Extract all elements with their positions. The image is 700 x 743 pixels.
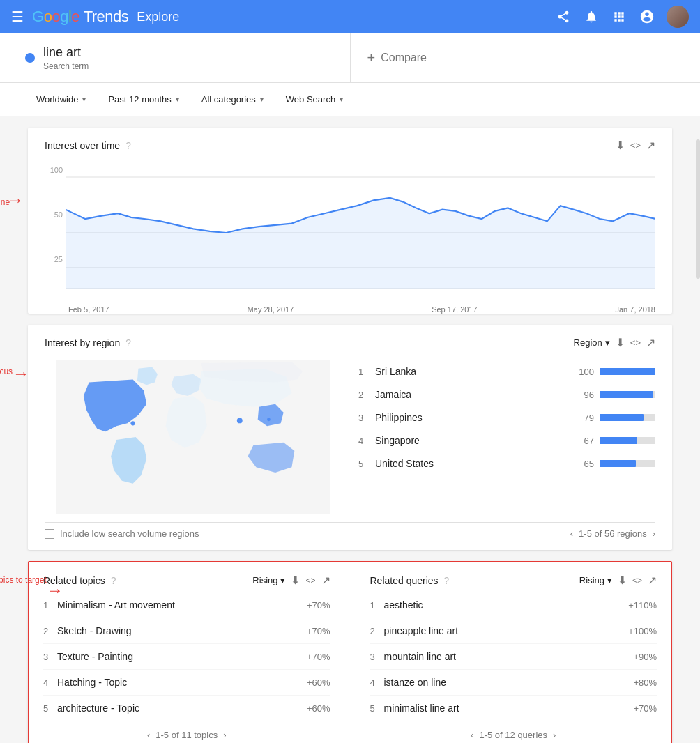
list-item: 2 Sketch - Drawing +70% xyxy=(43,618,330,644)
annotation-us-focus: Good to go with US focus → xyxy=(0,367,13,376)
topics-share-icon[interactable]: ↗ xyxy=(321,574,330,587)
share-icon[interactable] xyxy=(555,8,572,25)
time-range-filter[interactable]: Past 12 months ▾ xyxy=(100,90,187,109)
svg-point-6 xyxy=(237,418,243,424)
avatar[interactable] xyxy=(667,6,689,28)
embed-icon[interactable]: <> xyxy=(630,140,641,151)
header: ☰ Google Trends Explore xyxy=(0,0,700,33)
search-type-filter[interactable]: Web Search ▾ xyxy=(277,90,351,109)
topics-download-icon[interactable]: ⬇ xyxy=(291,574,300,587)
queries-help-icon[interactable]: ? xyxy=(444,575,450,586)
filters-bar: Worldwide ▾ Past 12 months ▾ All categor… xyxy=(0,83,700,116)
list-item: 3 Texture - Painting +70% xyxy=(43,644,330,670)
region-next-page[interactable]: › xyxy=(653,528,655,539)
region-download-icon[interactable]: ⬇ xyxy=(616,336,625,349)
share-chart-icon[interactable]: ↗ xyxy=(646,139,655,152)
related-queries-title: Related queries xyxy=(370,575,439,586)
download-icon[interactable]: ⬇ xyxy=(616,139,625,152)
chart-x-labels: Feb 5, 2017 May 28, 2017 Sep 17, 2017 Ja… xyxy=(45,302,655,316)
explore-label: Explore xyxy=(137,10,179,24)
interest-chart: 100 50 25 xyxy=(45,163,655,302)
queries-download-icon[interactable]: ⬇ xyxy=(618,574,627,587)
svg-marker-4 xyxy=(66,198,655,289)
apps-icon[interactable] xyxy=(611,8,627,25)
list-item: 1 Minimalism - Art movement +70% xyxy=(43,592,330,618)
account-icon[interactable] xyxy=(639,8,655,25)
interest-by-region-title: Interest by region xyxy=(45,337,120,348)
interest-over-time-title: Interest over time xyxy=(45,140,120,151)
compare-box[interactable]: + Compare xyxy=(351,33,692,82)
queries-share-icon[interactable]: ↗ xyxy=(648,574,657,587)
compare-text: Compare xyxy=(381,52,427,64)
location-arrow-icon: ▾ xyxy=(82,95,86,103)
topics-prev-page[interactable]: ‹ xyxy=(147,730,150,740)
list-item: 3 mountain line art +90% xyxy=(370,644,657,670)
region-embed-icon[interactable]: <> xyxy=(630,337,641,348)
related-queries-list: 1 aesthetic +110% 2 pineapple line art +… xyxy=(370,592,657,721)
list-item: 5 minimalist line art +70% xyxy=(370,696,657,721)
topics-help-icon[interactable]: ? xyxy=(111,575,116,586)
related-queries-card: Related queries ? Rising ▾ ⬇ <> ↗ xyxy=(356,562,671,743)
search-term-label: Search term xyxy=(43,61,89,71)
region-prev-page[interactable]: ‹ xyxy=(570,528,573,539)
list-item: 2 pineapple line art +100% xyxy=(370,618,657,644)
svg-point-7 xyxy=(130,421,135,425)
region-share-icon[interactable]: ↗ xyxy=(646,336,655,349)
list-item: 4 Hatching - Topic +60% xyxy=(43,670,330,696)
region-dropdown[interactable]: Region ▾ xyxy=(574,337,610,348)
header-icons xyxy=(555,6,689,28)
annotation-keywords: More keywords and topics to target → xyxy=(0,575,47,585)
region-item: 4 Singapore 67 xyxy=(358,429,655,452)
region-item: 5 United States 65 xyxy=(358,452,655,475)
topics-embed-icon[interactable]: <> xyxy=(305,576,315,585)
logo: Google Trends xyxy=(32,8,128,26)
world-map xyxy=(45,360,342,514)
chart-svg xyxy=(66,163,655,302)
checkbox-icon[interactable] xyxy=(45,529,54,539)
bottom-row: Related topics ? Rising ▾ ⬇ <> ↗ xyxy=(28,561,672,743)
annotation-trending: Decently steady trending line → xyxy=(0,197,10,207)
notifications-icon[interactable] xyxy=(583,8,600,25)
search-bar-area: line art Search term + Compare xyxy=(0,33,700,83)
svg-point-8 xyxy=(267,418,271,422)
interest-over-time-help-icon[interactable]: ? xyxy=(125,140,131,151)
menu-icon[interactable]: ☰ xyxy=(11,8,24,25)
low-volume-checkbox[interactable]: Include low search volume regions xyxy=(45,528,199,539)
topics-pagination: ‹ 1-5 of 11 topics › xyxy=(43,730,330,740)
region-pagination: ‹ 1-5 of 56 regions › xyxy=(570,528,655,539)
list-item: 1 aesthetic +110% xyxy=(370,592,657,618)
region-item: 3 Philippines 79 xyxy=(358,406,655,429)
category-filter[interactable]: All categories ▾ xyxy=(193,90,272,109)
region-list: 1 Sri Lanka 100 2 Jamaica 96 3 Philippin… xyxy=(358,360,655,514)
queries-rising-selector[interactable]: Rising ▾ xyxy=(579,575,612,585)
queries-prev-page[interactable]: ‹ xyxy=(471,730,473,740)
search-type-arrow-icon: ▾ xyxy=(340,95,343,103)
category-arrow-icon: ▾ xyxy=(260,95,264,103)
region-dropdown-arrow: ▾ xyxy=(605,337,610,348)
topics-filter-arrow: ▾ xyxy=(280,575,285,585)
topics-next-page[interactable]: › xyxy=(223,730,226,740)
list-item: 4 istanze on line +80% xyxy=(370,670,657,696)
search-term-text: line art xyxy=(43,45,89,60)
related-topics-list: 1 Minimalism - Art movement +70% 2 Sketc… xyxy=(43,592,330,721)
related-topics-card: Related topics ? Rising ▾ ⬇ <> ↗ xyxy=(29,562,344,743)
queries-next-page[interactable]: › xyxy=(553,730,556,740)
topics-rising-selector[interactable]: Rising ▾ xyxy=(252,575,285,585)
queries-pagination: ‹ 1-5 of 12 queries › xyxy=(370,730,657,740)
queries-embed-icon[interactable]: <> xyxy=(632,576,642,585)
region-filter-row: Include low search volume regions ‹ 1-5 … xyxy=(45,522,655,539)
search-dot xyxy=(25,53,35,63)
compare-plus-icon: + xyxy=(367,50,376,66)
location-filter[interactable]: Worldwide ▾ xyxy=(28,90,94,109)
time-arrow-icon: ▾ xyxy=(176,95,179,103)
scrollbar[interactable] xyxy=(696,139,700,279)
region-help-icon[interactable]: ? xyxy=(125,337,131,348)
region-item: 1 Sri Lanka 100 xyxy=(358,360,655,383)
map-svg xyxy=(45,360,342,514)
queries-filter-arrow: ▾ xyxy=(607,575,612,585)
region-item: 2 Jamaica 96 xyxy=(358,383,655,406)
interest-over-time-card: Decently steady trending line → Interest… xyxy=(28,128,672,314)
list-item: 5 architecture - Topic +60% xyxy=(43,696,330,721)
search-term-box: line art Search term xyxy=(8,33,351,82)
interest-by-region-card: Good to go with US focus → Interest by r… xyxy=(28,325,672,550)
